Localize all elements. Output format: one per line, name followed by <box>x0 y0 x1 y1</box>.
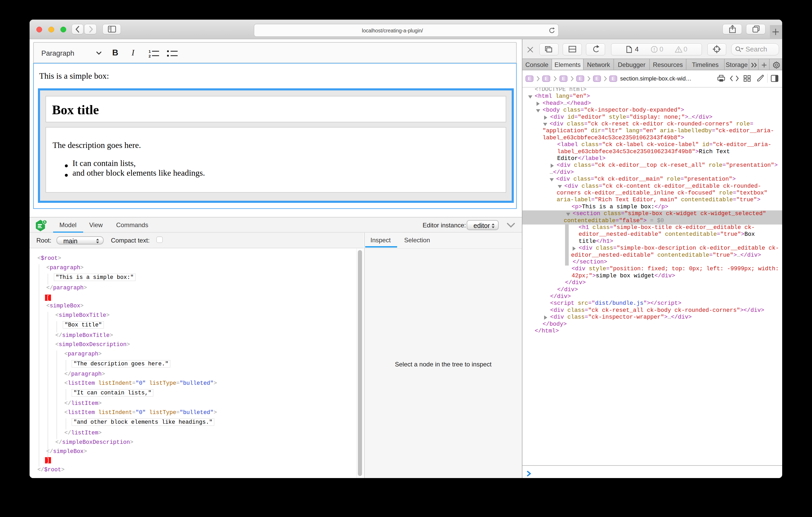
svg-text:2: 2 <box>149 54 151 58</box>
svg-text:1: 1 <box>149 49 151 54</box>
svg-text:5: 5 <box>44 221 46 223</box>
